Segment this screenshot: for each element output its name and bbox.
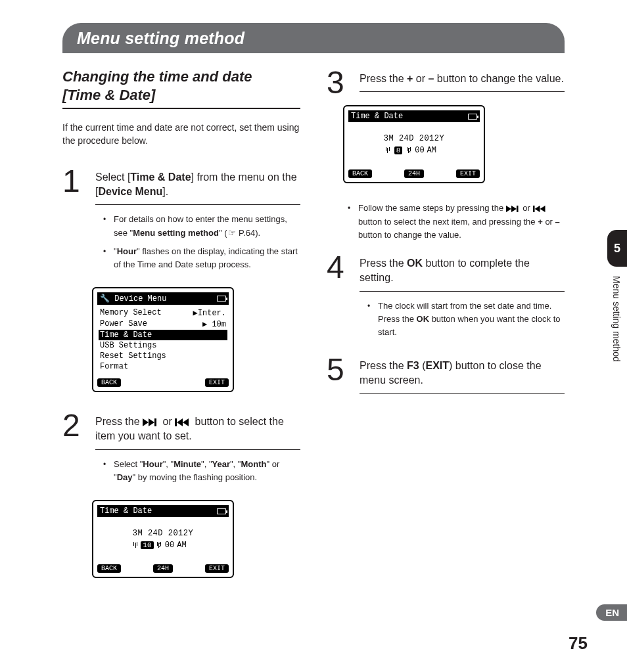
lcd-menu-row: Power Save▶ 10m <box>99 319 227 330</box>
list-item: For details on how to enter the menu set… <box>102 213 300 239</box>
rewind-icon <box>533 206 547 212</box>
softkey-mid: 24H <box>404 169 424 178</box>
step-body: Select [Time & Date] from the menu on th… <box>95 166 300 282</box>
lcd-time-display: 3M 24D 2012Y 10:00 AM <box>97 517 229 559</box>
svg-marker-10 <box>534 206 540 212</box>
manual-page: Menu setting method Changing the time an… <box>0 0 627 672</box>
svg-marker-11 <box>540 206 545 212</box>
section-heading-text: Changing the time and date[Time & Date] <box>62 68 252 103</box>
chapter-title: Menu setting method <box>77 29 244 48</box>
lcd-header-text: Time & Date <box>100 506 152 516</box>
lcd-menu-row: Time & Date <box>99 330 227 340</box>
list-item: Follow the same steps by pressing the or… <box>346 202 565 241</box>
svg-marker-0 <box>143 418 149 426</box>
step-5: 5 Press the F3 (EXIT) button to close th… <box>327 355 565 402</box>
svg-rect-3 <box>175 418 177 426</box>
step-2-bullets: Select "Hour", "Minute", "Year", "Month"… <box>95 458 300 484</box>
lcd-softkeys: BACK 24H EXIT <box>97 564 229 573</box>
softkey-right: EXIT <box>205 564 229 573</box>
page-number: 75 <box>569 633 588 654</box>
chapter-title-bar: Menu setting method <box>62 23 565 53</box>
step-1: 1 Select [Time & Date] from the menu on … <box>62 166 300 282</box>
flashing-hour: 10 <box>139 541 154 549</box>
fast-forward-icon <box>143 418 160 426</box>
step-2-text: Press the or button to select the item y… <box>95 411 300 450</box>
lcd-time-display: 3M 24D 2012Y 8:00 AM <box>348 122 480 164</box>
list-item: "Hour" flashes on the display, indicatin… <box>102 245 300 271</box>
battery-icon <box>217 296 226 302</box>
rewind-icon <box>175 418 192 426</box>
step-number: 1 <box>62 166 95 282</box>
list-item: The clock will start from the set date a… <box>366 300 565 339</box>
step-3-text: Press the + or – button to change the va… <box>360 68 565 92</box>
flashing-hour: 8 <box>392 146 405 154</box>
step-body: Press the F3 (EXIT) button to close the … <box>360 355 565 402</box>
step-number: 3 <box>327 68 360 100</box>
softkey-left: BACK <box>348 169 372 178</box>
step-3: 3 Press the + or – button to change the … <box>327 68 565 100</box>
lcd-header-text: 🔧 Device Menu <box>100 294 166 303</box>
step-number: 2 <box>62 411 95 495</box>
step-body: Press the or button to select the item y… <box>95 411 300 495</box>
fast-forward-icon <box>506 206 521 212</box>
step-1-text: Select [Time & Date] from the menu on th… <box>95 166 300 206</box>
softkey-left: BACK <box>97 378 121 387</box>
step-number: 4 <box>327 252 360 349</box>
svg-marker-1 <box>149 418 154 426</box>
lcd-menu-row: Format <box>99 361 227 372</box>
step-4-bullets: The clock will start from the set date a… <box>360 300 565 339</box>
step-body: Press the OK button to complete the sett… <box>360 252 565 349</box>
softkey-right: EXIT <box>205 378 229 387</box>
svg-rect-9 <box>533 206 535 212</box>
lcd-menu-row: Memory Select▶Inter. <box>99 307 227 319</box>
svg-marker-6 <box>506 206 511 212</box>
right-column: 3 Press the + or – button to change the … <box>327 68 565 596</box>
chapter-side-label: Menu setting method <box>611 276 622 362</box>
lcd-softkeys: BACK 24H EXIT <box>348 169 480 178</box>
step-4-text: Press the OK button to complete the sett… <box>360 252 565 292</box>
lcd-header-text: Time & Date <box>351 112 403 121</box>
lcd-menu-row: USB Settings <box>99 340 227 351</box>
step-body: Press the + or – button to change the va… <box>360 68 565 100</box>
battery-icon <box>468 114 477 120</box>
lcd-time-date-1: Time & Date 3M 24D 2012Y 10:00 AM BACK 2… <box>92 500 234 578</box>
lcd-softkeys: BACK EXIT <box>97 378 229 387</box>
language-badge: EN <box>596 604 627 621</box>
step-number: 5 <box>327 355 360 402</box>
lcd-body: Memory Select▶Inter.Power Save▶ 10mTime … <box>97 305 229 373</box>
section-heading: Changing the time and date[Time & Date] <box>62 68 300 109</box>
softkey-mid: 24H <box>153 564 173 573</box>
softkey-right: EXIT <box>456 169 480 178</box>
svg-marker-7 <box>511 206 517 212</box>
svg-rect-8 <box>517 206 519 212</box>
left-column: Changing the time and date[Time & Date] … <box>62 68 300 596</box>
svg-marker-4 <box>177 418 183 426</box>
softkey-left: BACK <box>97 564 121 573</box>
step-3-bullets: Follow the same steps by pressing the or… <box>340 202 565 241</box>
lcd-header: Time & Date <box>348 110 480 122</box>
lcd-time-date-2: Time & Date 3M 24D 2012Y 8:00 AM BACK 24… <box>343 105 485 183</box>
step-5-text: Press the F3 (EXIT) button to close the … <box>360 355 565 394</box>
lcd-header: Time & Date <box>97 505 229 517</box>
step-2: 2 Press the or button to select the item… <box>62 411 300 495</box>
content-columns: Changing the time and date[Time & Date] … <box>62 60 565 596</box>
step-4: 4 Press the OK button to complete the se… <box>327 252 565 349</box>
battery-icon <box>217 508 226 514</box>
lcd-device-menu: 🔧 Device Menu Memory Select▶Inter.Power … <box>92 287 234 392</box>
lcd-header: 🔧 Device Menu <box>97 292 229 305</box>
lcd-menu-row: Reset Settings <box>99 351 227 361</box>
intro-text: If the current time and date are not cor… <box>62 121 300 148</box>
chapter-tab: 5 <box>607 230 627 267</box>
svg-rect-2 <box>154 418 156 426</box>
list-item: Select "Hour", "Minute", "Year", "Month"… <box>102 458 300 484</box>
svg-marker-5 <box>183 418 189 426</box>
step-1-bullets: For details on how to enter the menu set… <box>95 213 300 271</box>
